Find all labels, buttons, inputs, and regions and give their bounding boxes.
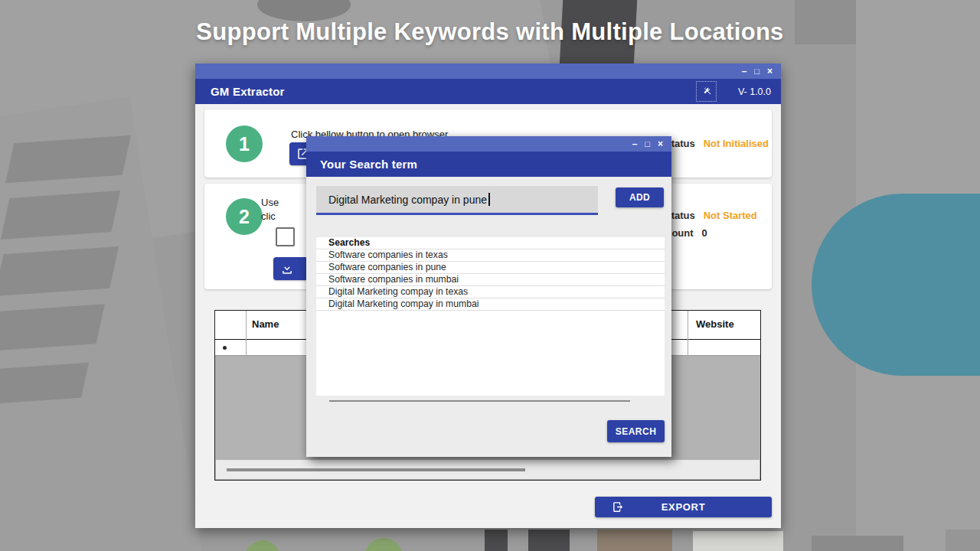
search-list-item[interactable]: Digital Marketing compay in mumbai [316,298,665,311]
column-header-name[interactable]: Name [252,318,279,330]
new-row-marker-icon [223,346,227,350]
settings-button[interactable] [696,81,717,102]
step1-status: Status Not Initialised [665,138,769,149]
column-divider [688,311,688,355]
maximize-icon[interactable]: □ [754,67,760,76]
export-label: EXPORT [625,501,742,513]
dialog-divider [329,400,630,402]
title-bar-right: V- 1.0.0 [696,81,771,102]
map-tree [245,540,280,551]
close-icon[interactable]: × [658,139,663,148]
scrollbar-thumb[interactable] [227,468,525,471]
search-button[interactable]: SEARCH [607,420,665,442]
count-value: 0 [702,227,707,239]
status-value: Not Initialised [704,138,769,149]
map-tree [364,538,403,551]
map-block [0,363,89,404]
status-value: Not Started [704,210,757,221]
map-road [528,530,570,551]
map-block [1,191,120,240]
text-caret [488,193,490,206]
close-icon[interactable]: × [767,67,773,76]
map-block [597,530,672,551]
map-block [0,304,105,350]
searches-list-header: Searches [316,237,665,249]
map-block [0,246,119,296]
step2-status: Status Not Started [665,210,757,221]
map-block [946,530,980,551]
export-icon [612,500,625,514]
step2-badge: 2 [226,198,263,235]
tools-icon [701,86,711,98]
map-block [812,536,903,551]
maximize-icon[interactable]: □ [645,140,650,148]
export-button[interactable]: EXPORT [595,497,772,517]
map-water-shape [812,194,980,376]
column-divider [246,311,247,355]
search-list-item[interactable]: Digital Marketing compay in texas [316,286,665,298]
window-control-strip: – □ × [195,64,781,79]
search-list-item[interactable]: Software companies in texas [316,249,665,262]
desktop-background: Support Multiple Keywords with Multiple … [0,0,980,551]
page-title: Support Multiple Keywords with Multiple … [0,18,980,46]
map-block [693,531,783,551]
version-label: V- 1.0.0 [738,86,771,97]
search-term-dialog: – □ × Your Search term Digital Marketing… [306,136,671,457]
map-road [485,530,508,551]
search-list-item[interactable]: Software companies in pune [316,262,665,274]
minimize-icon[interactable]: – [632,139,638,148]
search-term-input[interactable]: Digital Marketing compay in pune [316,186,598,215]
app-title-bar[interactable]: GM Extractor V- 1.0.0 [195,79,781,104]
dialog-title: Your Search term [320,158,417,171]
dialog-title-bar[interactable]: Your Search term [306,152,671,177]
add-button[interactable]: ADD [616,187,664,207]
table-hscrollbar[interactable] [216,460,760,479]
step2-instruction: Use clic [261,196,279,223]
searches-list: Searches Software companies in texas Sof… [316,237,665,396]
step1-badge: 1 [226,126,263,162]
column-header-website[interactable]: Website [696,318,734,330]
step2-checkbox[interactable] [276,227,295,246]
search-list-item[interactable]: Software companies in mumbai [316,274,665,286]
dialog-control-strip: – □ × [306,136,671,152]
save-icon [280,262,294,276]
minimize-icon[interactable]: – [742,67,747,76]
search-term-value: Digital Marketing compay in pune [328,194,487,206]
app-title: GM Extractor [211,85,285,98]
